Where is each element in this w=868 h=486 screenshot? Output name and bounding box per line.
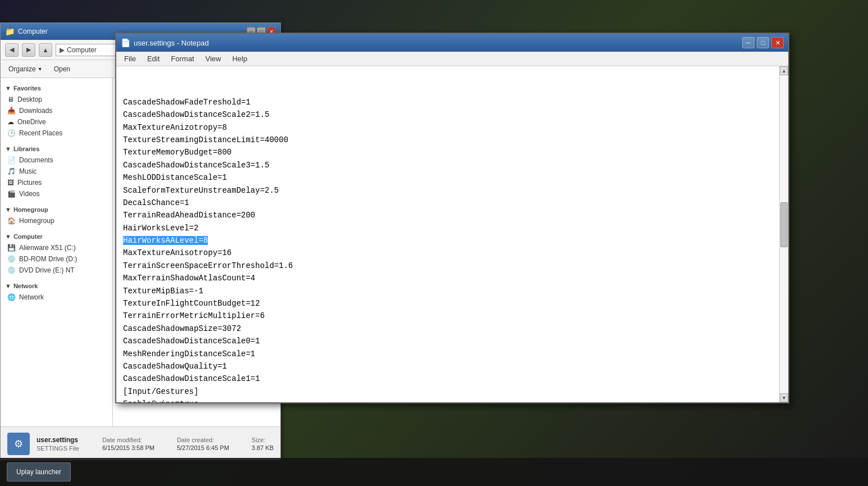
notepad-minimize-btn[interactable]: ─	[742, 37, 755, 48]
notepad-close-btn[interactable]: ✕	[771, 37, 784, 48]
sidebar-item-label: Network	[19, 293, 44, 301]
sidebar-item-d-drive[interactable]: 💿 BD-ROM Drive (D:)	[1, 253, 112, 265]
text-line: TextureMemoryBudget=800	[123, 146, 772, 158]
text-line: TextureStreamingDistanceLimit=40000	[123, 134, 772, 146]
network-header[interactable]: ▼ Network	[1, 280, 112, 292]
homegroup-label: Homegroup	[13, 206, 48, 213]
status-filename: user.settings	[37, 436, 79, 444]
chevron-down-icon: ▼	[5, 206, 11, 213]
organize-button[interactable]: Organize ▼	[5, 64, 46, 74]
sidebar-item-e-drive[interactable]: 💿 DVD Drive (E:) NT	[1, 265, 112, 276]
libraries-label: Libraries	[13, 146, 39, 152]
text-line: CascadeShadowDistanceScale1=1	[123, 373, 772, 385]
notepad-title-left: 📄 user.settings - Notepad	[121, 38, 209, 47]
sidebar-item-label: OneDrive	[17, 118, 46, 126]
favorites-section: ▼ Favorites 🖥 Desktop 📥 Downloads ☁ OneD…	[1, 83, 112, 139]
sidebar-item-music[interactable]: 🎵 Music	[1, 166, 112, 177]
libraries-header[interactable]: ▼ Libraries	[1, 143, 112, 155]
taskbar-area: Uplay launcher	[0, 458, 868, 486]
sidebar-item-recent[interactable]: 🕒 Recent Places	[1, 128, 112, 139]
sidebar-item-documents[interactable]: 📄 Documents	[1, 155, 112, 166]
text-line: [Input/Gestures]	[123, 385, 772, 398]
sidebar-item-network[interactable]: 🌐 Network	[1, 292, 112, 303]
sidebar-item-label: Alienware X51 (C:)	[19, 244, 76, 252]
pics-icon: 🖼	[7, 179, 14, 187]
sidebar-item-label: Desktop	[17, 96, 42, 103]
docs-icon: 📄	[7, 156, 16, 164]
up-button[interactable]: ▲	[39, 43, 52, 57]
scrollbar-up-arrow[interactable]: ▲	[780, 66, 788, 75]
libraries-section: ▼ Libraries 📄 Documents 🎵 Music 🖼 Pictur…	[1, 143, 112, 199]
text-line: EnableSwipe=true	[123, 398, 772, 402]
notepad-window: 📄 user.settings - Notepad ─ □ ✕ File Edi…	[115, 33, 789, 403]
sidebar-item-desktop[interactable]: 🖥 Desktop	[1, 94, 112, 105]
notepad-text-area[interactable]: CascadeShadowFadeTreshold=1CascadeShadow…	[116, 66, 779, 402]
sidebar-item-onedrive[interactable]: ☁ OneDrive	[1, 116, 112, 128]
sidebar-item-label: Documents	[19, 156, 53, 164]
status-dates: Date modified: 6/15/2015 3:58 PM Date cr…	[102, 437, 274, 451]
open-button[interactable]: Open	[51, 64, 74, 74]
sidebar-item-pictures[interactable]: 🖼 Pictures	[1, 177, 112, 188]
open-label: Open	[54, 65, 70, 73]
text-line: MeshRenderingDistanceScale=1	[123, 348, 772, 360]
notepad-title-text: user.settings - Notepad	[134, 39, 209, 47]
sidebar-item-videos[interactable]: 🎬 Videos	[1, 188, 112, 199]
notepad-title-buttons: ─ □ ✕	[742, 37, 784, 48]
notepad-app-icon: 📄	[121, 38, 130, 47]
notepad-maximize-btn[interactable]: □	[757, 37, 769, 48]
menu-format[interactable]: Format	[165, 53, 199, 64]
favorites-header[interactable]: ▼ Favorites	[1, 83, 112, 94]
highlighted-text: HairWorksAALevel=8	[123, 236, 208, 245]
text-line: DecalsChance=1	[123, 197, 772, 209]
notepad-titlebar: 📄 user.settings - Notepad ─ □ ✕	[116, 34, 788, 52]
chevron-down-icon: ▼	[5, 85, 11, 92]
date-created-label: Date created:	[177, 437, 229, 443]
computer-header[interactable]: ▼ Computer	[1, 231, 112, 242]
network-section: ▼ Network 🌐 Network	[1, 280, 112, 303]
menu-edit[interactable]: Edit	[142, 53, 165, 64]
menu-view[interactable]: View	[200, 53, 227, 64]
explorer-sidebar: ▼ Favorites 🖥 Desktop 📥 Downloads ☁ OneD…	[1, 78, 113, 426]
notepad-scrollbar[interactable]: ▲ ▼	[779, 66, 788, 402]
scrollbar-track[interactable]	[780, 75, 788, 393]
downloads-icon: 📥	[7, 107, 16, 115]
date-created: Date created: 5/27/2015 6:45 PM	[177, 437, 229, 451]
homegroup-header[interactable]: ▼ Homegroup	[1, 204, 112, 215]
text-line: CascadeShadowDistanceScale0=1	[123, 335, 772, 347]
forward-button[interactable]: ▶	[22, 43, 35, 57]
text-line: TerrainErrorMetricMultiplier=6	[123, 310, 772, 322]
scrollbar-thumb[interactable]	[780, 202, 788, 247]
text-line: HairWorksLevel=2	[123, 222, 772, 234]
disc-icon: 💿	[7, 266, 16, 274]
text-line: TerrainReadAheadDistance=200	[123, 209, 772, 221]
favorites-label: Favorites	[13, 85, 41, 92]
text-line: CascadeShadowDistanceScale3=1.5	[123, 159, 772, 171]
chevron-down-icon: ▼	[5, 146, 11, 152]
back-button[interactable]: ◀	[5, 43, 19, 57]
explorer-statusbar: ⚙ user.settings SETTINGS File Date modif…	[1, 426, 280, 460]
sidebar-item-c-drive[interactable]: 💾 Alienware X51 (C:)	[1, 242, 112, 253]
size-label: Size:	[252, 437, 274, 443]
sidebar-item-label: Homegroup	[19, 217, 54, 225]
status-info: user.settings SETTINGS File	[37, 436, 79, 452]
organize-label: Organize	[8, 65, 36, 73]
menu-help[interactable]: Help	[226, 53, 253, 64]
text-line: MaxTextureAnizotropy=8	[123, 121, 772, 134]
status-filetype: SETTINGS File	[37, 445, 79, 452]
file-size: Size: 3.87 KB	[252, 437, 274, 451]
sidebar-item-label: Downloads	[19, 107, 52, 115]
organize-dropdown-icon: ▼	[38, 66, 43, 72]
scrollbar-down-arrow[interactable]: ▼	[780, 393, 788, 402]
text-line: TextureMipBias=-1	[123, 285, 772, 297]
notepad-menubar: File Edit Format View Help	[116, 52, 788, 66]
sidebar-item-homegroup[interactable]: 🏠 Homegroup	[1, 215, 112, 226]
sidebar-item-label: DVD Drive (E:) NT	[19, 266, 75, 274]
explorer-folder-icon: 📁	[5, 27, 15, 36]
text-line: TerrainScreenSpaceErrorThreshold=1.6	[123, 260, 772, 272]
computer-section: ▼ Computer 💾 Alienware X51 (C:) 💿 BD-ROM…	[1, 231, 112, 276]
sidebar-item-downloads[interactable]: 📥 Downloads	[1, 105, 112, 116]
menu-file[interactable]: File	[119, 53, 142, 64]
sidebar-item-label: Recent Places	[19, 129, 62, 137]
taskbar-uplay-button[interactable]: Uplay launcher	[7, 462, 71, 482]
network-label: Network	[13, 283, 38, 289]
